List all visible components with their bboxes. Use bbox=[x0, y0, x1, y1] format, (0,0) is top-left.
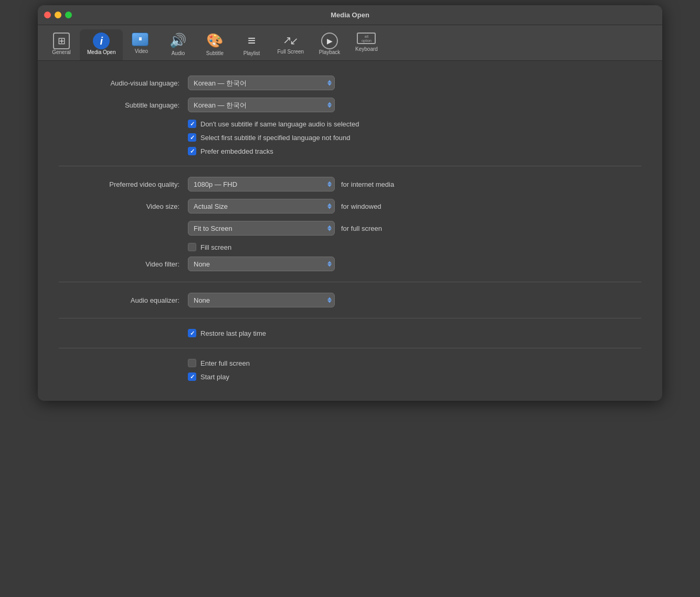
audio-icon: 🔊 bbox=[169, 33, 186, 49]
subtitle-language-select-wrapper: Korean — 한국어 bbox=[188, 98, 335, 112]
titlebar: Media Open bbox=[38, 5, 662, 25]
audio-visual-language-label: Audio-visual language: bbox=[59, 79, 179, 87]
tab-mediaopen-label: Media Open bbox=[87, 49, 115, 55]
dont-use-subtitle-label: Don't use subtitle if same language audi… bbox=[200, 120, 359, 128]
tab-subtitle[interactable]: 🎨 Subtitle bbox=[196, 29, 233, 60]
video-size-label: Video size: bbox=[59, 202, 179, 210]
fill-screen-checkbox[interactable] bbox=[188, 243, 196, 251]
video-size-fullscreen-control: Fit to Screen for full screen bbox=[188, 221, 382, 236]
audio-section: Audio equalizer: None bbox=[59, 293, 641, 307]
language-section: Audio-visual language: Korean — 한국어 Subt… bbox=[59, 76, 641, 155]
tab-video-label: Video bbox=[135, 48, 148, 54]
audio-equalizer-control: None bbox=[188, 293, 335, 307]
content-area: Audio-visual language: Korean — 한국어 Subt… bbox=[38, 61, 662, 401]
mediaopen-icon: i bbox=[93, 33, 110, 49]
tab-general[interactable]: ⊞ General bbox=[43, 29, 80, 60]
select-first-subtitle-checkbox[interactable] bbox=[188, 133, 196, 142]
restore-last-play-time-label: Restore last play time bbox=[200, 329, 266, 337]
video-size-fullscreen-row: Fit to Screen for full screen bbox=[59, 221, 641, 236]
restore-last-play-time-row: Restore last play time bbox=[59, 329, 641, 337]
preferred-video-quality-side: for internet media bbox=[341, 180, 394, 188]
subtitle-language-select[interactable]: Korean — 한국어 bbox=[188, 98, 335, 112]
subtitle-language-control: Korean — 한국어 bbox=[188, 98, 335, 112]
fullscreen-icon: ↗↙ bbox=[282, 33, 299, 47]
prefer-embedded-label: Prefer embedded tracks bbox=[200, 147, 273, 155]
keyboard-icon: alt option bbox=[357, 33, 376, 44]
dont-use-subtitle-row: Don't use subtitle if same language audi… bbox=[59, 120, 641, 128]
audio-visual-language-control: Korean — 한국어 bbox=[188, 76, 335, 90]
preferred-video-quality-label: Preferred video quality: bbox=[59, 180, 179, 188]
prefer-embedded-row: Prefer embedded tracks bbox=[59, 147, 641, 155]
enter-full-screen-label: Enter full screen bbox=[200, 359, 250, 367]
video-section: Preferred video quality: 1080p — FHD for… bbox=[59, 177, 641, 271]
subtitle-language-label: Subtitle language: bbox=[59, 101, 179, 109]
tab-subtitle-label: Subtitle bbox=[206, 50, 224, 56]
select-first-subtitle-label: Select first subtitle if specified langu… bbox=[200, 134, 350, 142]
tab-fullscreen-label: Full Screen bbox=[277, 49, 304, 55]
close-button[interactable] bbox=[44, 12, 51, 18]
preferred-video-quality-select[interactable]: 1080p — FHD bbox=[188, 177, 335, 191]
audio-equalizer-row: Audio equalizer: None bbox=[59, 293, 641, 307]
video-filter-label: Video filter: bbox=[59, 260, 179, 268]
tab-keyboard[interactable]: alt option Keyboard bbox=[348, 29, 385, 60]
video-size-windowed-control: Actual Size for windowed bbox=[188, 199, 381, 214]
audio-equalizer-label: Audio equalizer: bbox=[59, 296, 179, 304]
tab-keyboard-label: Keyboard bbox=[355, 46, 378, 52]
tab-audio[interactable]: 🔊 Audio bbox=[160, 29, 196, 60]
start-play-row: Start play bbox=[59, 372, 641, 381]
video-filter-control: None bbox=[188, 257, 335, 271]
tab-playback-label: Playback bbox=[319, 49, 341, 55]
video-filter-row: Video filter: None bbox=[59, 257, 641, 271]
divider-2 bbox=[59, 282, 641, 282]
tab-playlist[interactable]: ≡ Playlist bbox=[233, 29, 270, 60]
enter-full-screen-row: Enter full screen bbox=[59, 359, 641, 367]
main-window: Media Open ⊞ General i Media Open 🖥 Vide… bbox=[38, 5, 662, 401]
tab-playlist-label: Playlist bbox=[243, 50, 260, 56]
minimize-button[interactable] bbox=[55, 12, 61, 18]
fill-screen-label: Fill screen bbox=[200, 243, 231, 251]
tab-video[interactable]: 🖥 Video bbox=[123, 29, 160, 60]
video-size-windowed-select-wrapper: Actual Size bbox=[188, 199, 335, 214]
divider-4 bbox=[59, 348, 641, 348]
restore-last-play-time-checkbox[interactable] bbox=[188, 329, 196, 337]
video-filter-select-wrapper: None bbox=[188, 257, 335, 271]
audio-visual-language-select-wrapper: Korean — 한국어 bbox=[188, 76, 335, 90]
fill-screen-row: Fill screen bbox=[59, 243, 641, 251]
start-play-label: Start play bbox=[200, 373, 229, 381]
maximize-button[interactable] bbox=[65, 12, 72, 18]
tab-playback[interactable]: ▶ Playback bbox=[311, 29, 348, 60]
audio-equalizer-select-wrapper: None bbox=[188, 293, 335, 307]
dont-use-subtitle-checkbox[interactable] bbox=[188, 120, 196, 128]
divider-1 bbox=[59, 166, 641, 166]
enter-full-screen-checkbox[interactable] bbox=[188, 359, 196, 367]
prefer-embedded-checkbox[interactable] bbox=[188, 147, 196, 155]
preferred-video-quality-control: 1080p — FHD for internet media bbox=[188, 177, 394, 191]
audio-equalizer-select[interactable]: None bbox=[188, 293, 335, 307]
playlist-icon: ≡ bbox=[248, 33, 256, 49]
general-icon: ⊞ bbox=[53, 33, 70, 49]
video-icon: 🖥 bbox=[132, 33, 151, 48]
tab-mediaopen[interactable]: i Media Open bbox=[80, 29, 123, 60]
video-size-windowed-side: for windowed bbox=[341, 202, 381, 210]
preferred-video-quality-row: Preferred video quality: 1080p — FHD for… bbox=[59, 177, 641, 191]
subtitle-language-row: Subtitle language: Korean — 한국어 bbox=[59, 98, 641, 112]
playback-icon: ▶ bbox=[321, 33, 338, 49]
tab-general-label: General bbox=[52, 49, 71, 55]
audio-visual-language-row: Audio-visual language: Korean — 한국어 bbox=[59, 76, 641, 90]
divider-3 bbox=[59, 318, 641, 318]
video-filter-select[interactable]: None bbox=[188, 257, 335, 271]
window-controls bbox=[44, 12, 72, 18]
video-size-windowed-select[interactable]: Actual Size bbox=[188, 199, 335, 214]
preferred-video-quality-select-wrapper: 1080p — FHD bbox=[188, 177, 335, 191]
window-title: Media Open bbox=[331, 11, 369, 19]
restore-section: Restore last play time bbox=[59, 329, 641, 337]
audio-visual-language-select[interactable]: Korean — 한국어 bbox=[188, 76, 335, 90]
tab-audio-label: Audio bbox=[172, 50, 185, 56]
video-size-windowed-row: Video size: Actual Size for windowed bbox=[59, 199, 641, 214]
video-size-fullscreen-select[interactable]: Fit to Screen bbox=[188, 221, 335, 236]
start-play-checkbox[interactable] bbox=[188, 372, 196, 381]
video-size-fullscreen-side: for full screen bbox=[341, 225, 382, 232]
tab-fullscreen[interactable]: ↗↙ Full Screen bbox=[270, 29, 311, 60]
select-first-subtitle-row: Select first subtitle if specified langu… bbox=[59, 133, 641, 142]
fullscreen-section: Enter full screen Start play bbox=[59, 359, 641, 381]
